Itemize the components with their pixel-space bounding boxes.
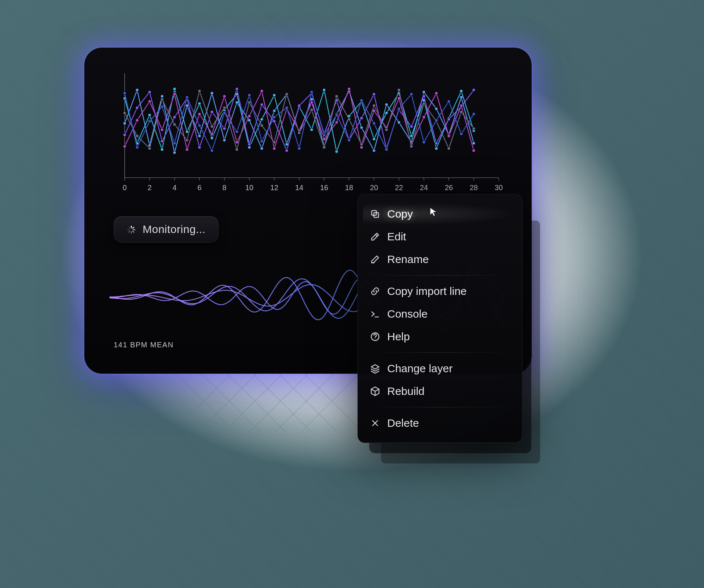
svg-point-181 bbox=[210, 125, 213, 128]
svg-point-226 bbox=[410, 93, 413, 96]
svg-point-161 bbox=[323, 137, 326, 140]
menu-separator bbox=[368, 407, 512, 407]
menu-item-delete[interactable]: Delete bbox=[363, 412, 517, 434]
svg-point-162 bbox=[335, 121, 338, 124]
svg-point-153 bbox=[223, 95, 226, 98]
svg-point-91 bbox=[173, 88, 176, 90]
svg-point-149 bbox=[173, 93, 176, 96]
context-menu: Copy Edit Rename Copy import line Consol… bbox=[358, 194, 522, 443]
menu-item-rebuild[interactable]: Rebuild bbox=[363, 380, 517, 403]
svg-point-176 bbox=[148, 147, 151, 150]
svg-text:18: 18 bbox=[345, 184, 353, 192]
svg-text:8: 8 bbox=[222, 184, 226, 192]
svg-text:20: 20 bbox=[370, 184, 378, 192]
svg-point-179 bbox=[186, 138, 188, 141]
svg-point-124 bbox=[223, 127, 226, 130]
svg-text:4: 4 bbox=[172, 184, 176, 192]
svg-point-192 bbox=[348, 118, 351, 121]
svg-text:10: 10 bbox=[245, 184, 253, 192]
svg-point-218 bbox=[310, 90, 313, 93]
svg-point-201 bbox=[460, 110, 463, 113]
svg-point-180 bbox=[198, 89, 201, 92]
svg-point-208 bbox=[186, 96, 188, 99]
svg-text:24: 24 bbox=[420, 184, 428, 192]
svg-point-144 bbox=[472, 88, 475, 91]
menu-item-label: Copy import line bbox=[387, 285, 467, 297]
svg-point-120 bbox=[173, 116, 176, 119]
svg-point-173 bbox=[472, 149, 475, 152]
svg-point-196 bbox=[397, 88, 400, 91]
svg-point-80 bbox=[397, 121, 400, 124]
svg-point-64 bbox=[198, 134, 201, 137]
svg-point-203 bbox=[123, 92, 126, 95]
svg-point-230 bbox=[460, 132, 463, 135]
cursor-icon bbox=[429, 207, 439, 217]
svg-point-182 bbox=[223, 106, 226, 109]
svg-point-243 bbox=[375, 339, 375, 339]
menu-item-change-layer[interactable]: Change layer bbox=[363, 357, 517, 380]
svg-point-142 bbox=[447, 118, 450, 121]
svg-point-58 bbox=[123, 122, 126, 125]
bpm-mean-label: 141 BPM MEAN bbox=[114, 341, 174, 349]
svg-point-185 bbox=[260, 124, 263, 127]
svg-point-103 bbox=[323, 88, 326, 91]
svg-point-119 bbox=[161, 140, 164, 143]
svg-point-216 bbox=[285, 106, 288, 109]
svg-point-151 bbox=[198, 112, 201, 115]
menu-separator bbox=[368, 352, 512, 353]
svg-point-94 bbox=[210, 137, 213, 140]
svg-point-184 bbox=[248, 101, 251, 104]
svg-point-140 bbox=[422, 95, 425, 98]
svg-point-79 bbox=[385, 103, 388, 106]
svg-point-102 bbox=[310, 128, 313, 131]
svg-point-86 bbox=[472, 142, 475, 145]
svg-point-156 bbox=[260, 89, 263, 92]
svg-point-89 bbox=[148, 114, 151, 117]
svg-point-127 bbox=[260, 103, 263, 106]
svg-line-237 bbox=[129, 231, 130, 232]
menu-item-label: Rename bbox=[387, 253, 429, 266]
svg-point-223 bbox=[373, 122, 375, 125]
svg-point-215 bbox=[273, 116, 276, 119]
svg-point-209 bbox=[198, 124, 201, 127]
svg-point-220 bbox=[335, 114, 338, 117]
svg-point-160 bbox=[310, 101, 313, 104]
svg-point-228 bbox=[435, 119, 438, 122]
svg-point-61 bbox=[161, 95, 164, 98]
svg-point-123 bbox=[210, 110, 213, 113]
menu-item-console[interactable]: Console bbox=[363, 303, 517, 325]
svg-point-157 bbox=[273, 147, 276, 150]
svg-point-213 bbox=[248, 94, 251, 97]
svg-point-171 bbox=[447, 134, 450, 137]
svg-point-183 bbox=[235, 148, 238, 151]
svg-point-217 bbox=[298, 147, 301, 150]
menu-separator bbox=[368, 275, 512, 275]
menu-item-copy-import[interactable]: Copy import line bbox=[363, 280, 517, 303]
svg-text:12: 12 bbox=[270, 184, 278, 192]
svg-point-69 bbox=[260, 147, 263, 150]
menu-item-copy[interactable]: Copy bbox=[363, 203, 517, 225]
svg-point-202 bbox=[472, 127, 475, 130]
layers-icon bbox=[370, 363, 381, 374]
edit-icon bbox=[370, 231, 381, 242]
svg-point-63 bbox=[186, 104, 188, 107]
svg-point-186 bbox=[273, 141, 276, 144]
svg-point-129 bbox=[285, 149, 288, 152]
svg-point-194 bbox=[373, 104, 375, 107]
svg-point-210 bbox=[210, 149, 213, 152]
svg-point-126 bbox=[248, 143, 251, 146]
svg-point-139 bbox=[410, 125, 413, 128]
svg-point-154 bbox=[235, 141, 238, 144]
svg-point-141 bbox=[435, 142, 438, 145]
svg-point-130 bbox=[298, 104, 301, 107]
menu-item-help[interactable]: Help bbox=[363, 325, 517, 348]
svg-line-239 bbox=[129, 227, 130, 228]
svg-point-83 bbox=[435, 107, 438, 110]
menu-item-edit[interactable]: Edit bbox=[363, 225, 517, 248]
svg-point-148 bbox=[161, 128, 164, 131]
svg-point-125 bbox=[235, 88, 238, 90]
svg-point-231 bbox=[472, 112, 475, 115]
menu-item-label: Edit bbox=[387, 230, 406, 243]
menu-item-rename[interactable]: Rename bbox=[363, 248, 517, 271]
svg-point-187 bbox=[285, 93, 288, 96]
